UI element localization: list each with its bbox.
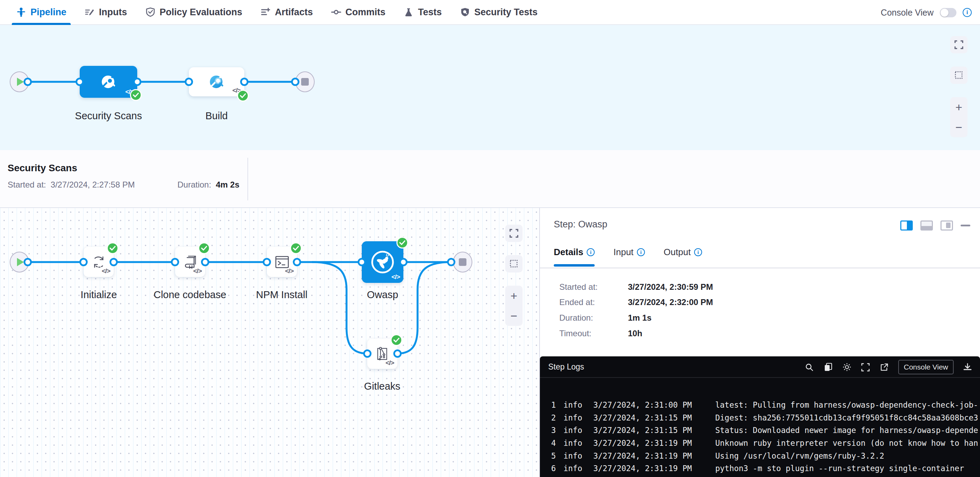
edge-port (363, 349, 371, 358)
download-icon (963, 362, 972, 372)
log-line-number: 5 (540, 451, 556, 460)
info-icon[interactable]: i (587, 248, 595, 256)
zoom-in-button[interactable]: + (955, 101, 963, 113)
zoom-out-button[interactable]: − (511, 310, 517, 322)
detail-row-timeout: Timeout: 10h (559, 329, 642, 338)
step-label-clone-codebase[interactable]: Clone codebase (154, 289, 226, 300)
tab-artifacts[interactable]: Artifacts (260, 0, 313, 25)
tab-pipeline[interactable]: Pipeline (16, 0, 67, 25)
info-icon[interactable]: i (637, 248, 645, 256)
log-timestamp: 3/27/2024, 2:31:19 PM (593, 451, 708, 460)
fullscreen-icon (509, 229, 519, 238)
search-logs-button[interactable] (805, 362, 815, 372)
detail-label: Duration: (559, 313, 628, 323)
tab-details[interactable]: Details i (554, 247, 595, 266)
fullscreen-icon (861, 363, 870, 372)
fullscreen-icon (955, 40, 963, 49)
console-view-label: Console View (881, 8, 934, 18)
edge-port (240, 78, 248, 86)
gear-icon (842, 362, 852, 372)
copy-logs-button[interactable] (823, 362, 833, 372)
toggle-knob (940, 9, 948, 17)
minimize-icon[interactable] (961, 225, 970, 227)
expand-logs-button[interactable] (861, 362, 870, 372)
tab-tests[interactable]: Tests (403, 0, 442, 25)
log-line: 5 info 3/27/2024, 2:31:19 PM Using /usr/… (540, 449, 980, 462)
log-level: info (563, 439, 585, 448)
console-view-toggle[interactable] (940, 8, 956, 18)
log-line-number: 1 (540, 400, 556, 409)
log-level: info (563, 451, 585, 460)
log-timestamp: 3/27/2024, 2:31:19 PM (593, 439, 708, 448)
step-node-owasp[interactable]: </> (362, 241, 403, 283)
started-at-value: 3/27/2024, 2:27:58 PM (51, 180, 135, 189)
step-details-panel: Step: Owasp Details i Input i Output i S… (540, 208, 980, 477)
copy-icon (824, 362, 833, 372)
duration-value: 4m 2s (216, 180, 239, 189)
step-label-owasp[interactable]: Owasp (367, 289, 398, 300)
edge-port (293, 258, 301, 266)
layout-bottom-view-icon[interactable] (920, 220, 933, 231)
search-icon (805, 363, 814, 372)
step-label-gitleaks[interactable]: Gitleaks (364, 381, 401, 392)
detail-label: Ended at: (559, 297, 628, 307)
fullscreen-button[interactable] (505, 225, 523, 242)
execution-graph-canvas[interactable]: </> </> </> (0, 208, 540, 477)
step-panel-tabs: Details i Input i Output i (554, 247, 702, 266)
tab-commits[interactable]: Commits (331, 0, 386, 25)
zoom-controls[interactable]: + − (505, 286, 523, 326)
selection-mode-button[interactable] (505, 255, 523, 273)
tab-input[interactable]: Input i (613, 247, 645, 266)
step-logs-title: Step Logs (548, 362, 584, 372)
console-view-button[interactable]: Console View (898, 360, 954, 374)
log-message: Unknown ruby interpreter version (do not… (715, 439, 978, 448)
tab-label: Input (613, 247, 633, 258)
tab-label: Policy Evaluations (160, 7, 243, 18)
tab-label: Security Tests (474, 7, 538, 18)
zoom-out-button[interactable]: − (955, 121, 963, 133)
fullscreen-button[interactable] (950, 36, 967, 53)
layout-floating-view-icon[interactable] (940, 220, 953, 231)
step-logs-panel: Step Logs (540, 356, 980, 477)
log-timestamp: 3/27/2024, 2:31:15 PM (593, 413, 708, 422)
play-icon (17, 78, 24, 86)
tab-policy-evaluations[interactable]: Policy Evaluations (145, 0, 243, 25)
log-lines[interactable]: 1 info 3/27/2024, 2:31:00 PM latest: Pul… (540, 378, 980, 477)
tab-security-tests[interactable]: Security Tests (460, 0, 538, 25)
log-level: info (563, 413, 585, 422)
stage-node-security-scans[interactable]: </> (80, 66, 137, 98)
info-icon[interactable]: i (963, 8, 972, 17)
log-line-number: 3 (540, 426, 556, 435)
download-logs-button[interactable] (963, 362, 972, 372)
tab-label: Artifacts (275, 7, 313, 18)
success-check-badge (396, 237, 408, 249)
stage-node-build[interactable]: </> (189, 67, 244, 96)
divider (540, 268, 980, 268)
selection-mode-button[interactable] (950, 67, 967, 84)
info-icon[interactable]: i (694, 248, 702, 256)
tab-output[interactable]: Output i (663, 247, 702, 266)
log-message: Status: Downloaded newer image for harne… (715, 426, 978, 435)
tab-inputs[interactable]: Inputs (84, 0, 127, 25)
log-level: info (563, 426, 585, 435)
step-label-npm-install[interactable]: NPM Install (256, 289, 307, 300)
stage-label-build[interactable]: Build (205, 110, 228, 122)
commits-icon (331, 7, 341, 18)
zoom-in-button[interactable]: + (511, 290, 517, 302)
step-label-initialize[interactable]: Initialize (81, 289, 117, 300)
zoom-controls[interactable]: + − (950, 97, 967, 137)
layout-split-view-icon[interactable] (900, 220, 913, 231)
stage-graph-canvas[interactable]: </> </> Security Scans Build (0, 25, 980, 150)
success-check-badge (237, 90, 249, 102)
stage-title: Security Scans (8, 163, 77, 174)
log-level: info (563, 400, 585, 409)
tests-flask-icon (403, 7, 414, 18)
edge-port (110, 258, 118, 266)
stage-label-security-scans[interactable]: Security Scans (75, 110, 142, 122)
log-settings-button[interactable] (842, 362, 852, 372)
selection-box-icon (955, 71, 963, 80)
detail-value: 3/27/2024, 2:32:00 PM (628, 297, 713, 307)
execution-end-node[interactable] (453, 252, 473, 273)
code-mark-icon: </> (193, 267, 202, 275)
open-in-new-tab-button[interactable] (880, 362, 889, 372)
